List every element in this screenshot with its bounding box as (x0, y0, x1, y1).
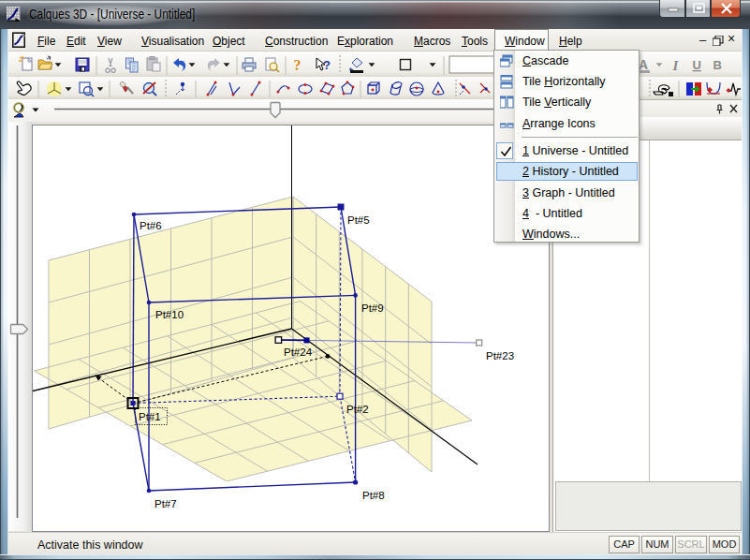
svg-text:A: A (639, 57, 648, 72)
svg-text:U: U (693, 58, 701, 72)
svg-text:B: B (713, 58, 722, 72)
svg-text:Pt#9: Pt#9 (361, 302, 384, 314)
svg-text:?: ? (323, 58, 331, 72)
svg-text:Pt#5: Pt#5 (347, 214, 370, 226)
svg-text:Pt#7: Pt#7 (154, 498, 177, 509)
svg-text:Pt#24: Pt#24 (284, 346, 313, 358)
svg-text:Pt#10: Pt#10 (155, 309, 184, 320)
svg-text:?: ? (294, 57, 301, 73)
svg-text:Pt#23: Pt#23 (486, 350, 514, 361)
svg-text:Pt#6: Pt#6 (140, 220, 162, 231)
svg-text:Pt#8: Pt#8 (362, 490, 385, 501)
svg-text:I: I (672, 58, 680, 73)
svg-text:Pt#2: Pt#2 (346, 404, 369, 415)
svg-text:Pt#1: Pt#1 (139, 411, 161, 422)
